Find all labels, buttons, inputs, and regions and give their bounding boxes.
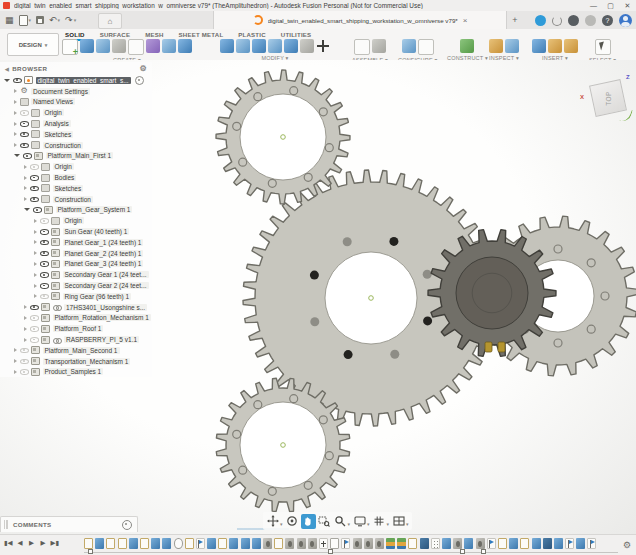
timeline-feature-body-icon[interactable] [464, 538, 473, 549]
timeline-feature-flag-icon[interactable] [565, 538, 574, 549]
timeline-feature-joint-icon[interactable] [364, 538, 373, 549]
timeline-feature-joint-icon[interactable] [353, 538, 362, 549]
create-sketch-icon[interactable] [62, 39, 78, 55]
timeline-feature-sketch-icon[interactable] [140, 538, 149, 549]
notifications-icon[interactable] [568, 15, 579, 26]
split-icon[interactable] [300, 39, 314, 53]
timeline-feature-sketch-icon[interactable] [185, 538, 194, 549]
new-tab-button[interactable]: + [509, 14, 521, 26]
expand-arrow-icon[interactable] [14, 100, 17, 104]
timeline-feature-body-icon[interactable] [532, 538, 541, 549]
browser-item-label[interactable]: Ring Gear (96 teeth) 1 [63, 293, 132, 300]
pattern-icon[interactable] [178, 39, 192, 53]
visibility-eye-icon[interactable] [40, 260, 49, 267]
browser-row[interactable]: Planet Gear_3 (24 teeth) 1 [0, 259, 152, 270]
browser-row[interactable]: ⚙Document Settings [0, 86, 152, 97]
timeline-feature-body-icon[interactable] [576, 538, 585, 549]
chamfer-icon[interactable] [252, 39, 266, 53]
step-forward-button[interactable]: ▶ [39, 539, 47, 547]
timeline-feature-body-icon[interactable] [151, 538, 160, 549]
visibility-eye-icon[interactable] [33, 206, 42, 213]
hand-tool[interactable] [301, 514, 316, 529]
browser-row[interactable]: Named Views [0, 97, 152, 108]
minimize-button[interactable]: — [585, 0, 602, 11]
timeline-feature-flag-icon[interactable] [196, 538, 205, 549]
insert-svg-icon[interactable] [564, 39, 578, 53]
browser-item-label[interactable]: Construction [43, 142, 84, 149]
brass-pin[interactable] [485, 342, 492, 352]
timeline-feature-body-icon[interactable] [207, 538, 216, 549]
browser-row[interactable]: Origin [0, 215, 152, 226]
expand-arrow-icon[interactable] [24, 176, 27, 180]
timeline-feature-sketch-icon[interactable] [218, 538, 227, 549]
new-component-icon[interactable] [354, 39, 370, 55]
expand-arrow-icon[interactable] [24, 316, 27, 320]
home-button[interactable]: ⌂ [98, 13, 122, 29]
browser-row[interactable]: Origin [0, 107, 152, 118]
job-status-icon[interactable] [535, 15, 546, 26]
visibility-eye-icon[interactable] [20, 120, 29, 127]
expand-arrow-icon[interactable] [14, 348, 17, 352]
timeline-feature-sketch-icon[interactable] [274, 538, 283, 549]
visibility-eye-icon[interactable] [40, 228, 49, 235]
expand-arrow-icon[interactable] [14, 370, 17, 374]
visibility-eye-icon[interactable] [40, 271, 49, 278]
form-icon[interactable] [96, 39, 110, 53]
expand-arrow-icon[interactable] [24, 197, 27, 201]
collapse-arrow-icon[interactable] [4, 79, 10, 82]
view-cube-face-label[interactable]: TOP [605, 91, 612, 106]
maximize-button[interactable]: ▢ [602, 0, 619, 11]
timeline-feature-flag-icon[interactable] [587, 538, 596, 549]
expand-arrow-icon[interactable] [34, 284, 37, 288]
close-button[interactable]: ✕ [619, 0, 636, 11]
browser-item-label[interactable]: Platform_Roof 1 [53, 325, 104, 332]
save-icon[interactable] [36, 16, 44, 24]
browser-item-label[interactable]: Sun Gear (40 teeth) 1 [63, 228, 130, 235]
zoom-window-tool[interactable] [317, 514, 332, 529]
viewport-canvas[interactable]: TOP X Z ◀ BROWSER ⚙ digital_twin_enabled… [0, 60, 636, 534]
insert-derive-icon[interactable] [532, 39, 546, 53]
timeline-feature-doc-icon[interactable] [330, 538, 339, 549]
timeline-feature-dots-icon[interactable] [431, 538, 440, 549]
visibility-eye-icon[interactable] [30, 325, 39, 332]
timeline-feature-sketch-icon[interactable] [498, 538, 507, 549]
timeline-feature-body-icon[interactable] [162, 538, 171, 549]
skip-to-end-button[interactable]: ▶▮ [51, 539, 60, 547]
timeline-feature-joint-icon[interactable] [476, 538, 485, 549]
config-table-icon[interactable] [418, 39, 434, 55]
document-tab[interactable]: digital_twin_enabled_smart_shipping_work… [213, 11, 507, 29]
viewports-tool[interactable] [391, 514, 406, 529]
timeline-settings-gear-icon[interactable]: ⚙ [623, 540, 631, 550]
browser-row[interactable]: Sketches [0, 183, 152, 194]
visibility-eye-icon[interactable] [20, 142, 29, 149]
timeline-feature-sketch-icon[interactable] [118, 538, 127, 549]
browser-row[interactable]: Product_Samples 1 [0, 367, 152, 378]
file-menu-icon[interactable]: ▾ [19, 15, 32, 26]
comment-bubble-icon[interactable] [122, 520, 132, 530]
timeline-marker[interactable] [328, 549, 333, 554]
visibility-eye-icon[interactable] [20, 368, 29, 375]
visibility-eye-icon[interactable] [40, 293, 49, 300]
browser-item-label[interactable]: Secondary Gear 1 (24 teet... [63, 271, 149, 278]
browser-item-label[interactable]: Origin [53, 163, 74, 170]
browser-row[interactable]: Secondary Gear 2 (24 teet... [0, 280, 152, 291]
undo-icon[interactable]: ↶▾ [49, 15, 60, 25]
timeline-marker[interactable] [460, 549, 465, 554]
redo-icon[interactable]: ↷▾ [65, 15, 76, 25]
browser-item-label[interactable]: Platform_Gear_System 1 [56, 206, 133, 213]
fillet-icon[interactable] [236, 39, 250, 53]
configuration-icon[interactable] [402, 39, 416, 53]
browser-item-label[interactable]: Transportation_Mechanism 1 [43, 358, 131, 365]
expand-arrow-icon[interactable] [34, 273, 37, 277]
workspace-selector[interactable]: DESIGN ▾ [7, 33, 59, 56]
coil-icon[interactable] [146, 39, 160, 53]
section-analysis-icon[interactable] [505, 39, 519, 53]
browser-item-label[interactable]: Document Settings [31, 88, 90, 95]
browser-item-label[interactable]: Analysis [43, 120, 71, 127]
timeline-feature-body-icon[interactable] [229, 538, 238, 549]
visibility-eye-icon[interactable] [40, 282, 49, 289]
hole-icon[interactable] [112, 39, 126, 53]
browser-row[interactable]: Platform_Roof 1 [0, 323, 152, 334]
browser-row[interactable]: Ring Gear (96 teeth) 1 [0, 291, 152, 302]
browser-row[interactable]: Construction [0, 140, 152, 151]
